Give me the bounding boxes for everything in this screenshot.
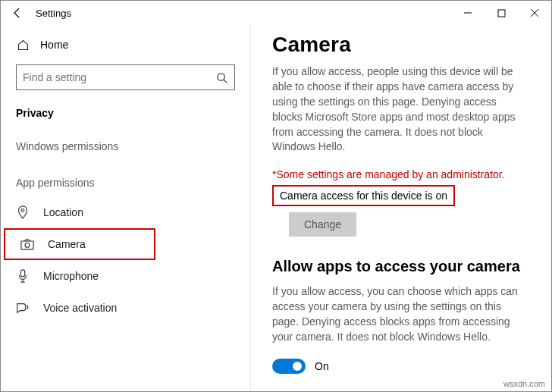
camera-icon	[20, 237, 34, 251]
toggle-knob	[293, 362, 302, 371]
minimize-button[interactable]	[451, 2, 485, 24]
group-windows-permissions: Windows permissions	[1, 124, 250, 160]
svg-rect-9	[20, 270, 24, 277]
close-button[interactable]	[518, 2, 551, 24]
intro-text: If you allow access, people using this d…	[272, 64, 528, 155]
voice-icon	[16, 301, 30, 315]
svg-line-5	[224, 80, 227, 83]
search-input[interactable]	[23, 71, 215, 83]
svg-point-6	[21, 209, 24, 212]
allow-apps-toggle-row: On	[272, 359, 528, 374]
sidebar-item-camera[interactable]: Camera	[4, 228, 155, 260]
sidebar-item-label: Voice activation	[43, 302, 117, 314]
svg-rect-7	[21, 241, 33, 249]
sub-intro-text: If you allow access, you can choose whic…	[272, 284, 528, 345]
microphone-icon	[16, 269, 30, 283]
location-icon	[16, 205, 30, 219]
window-title: Settings	[36, 8, 71, 19]
watermark: wsxdn.com	[503, 379, 545, 388]
maximize-button[interactable]	[485, 2, 518, 24]
toggle-label: On	[315, 360, 329, 372]
group-app-permissions: App permissions	[1, 160, 250, 196]
main-pane: Camera If you allow access, people using…	[251, 25, 551, 391]
home-icon	[16, 38, 30, 52]
search-icon	[215, 72, 228, 83]
sidebar-item-label: Location	[43, 206, 83, 218]
change-button[interactable]: Change	[289, 212, 356, 237]
svg-rect-1	[498, 10, 505, 17]
svg-point-4	[217, 73, 224, 80]
search-box[interactable]	[16, 64, 235, 90]
home-link[interactable]: Home	[1, 30, 250, 60]
device-access-status: Camera access for this device is on	[272, 185, 455, 206]
svg-point-8	[25, 243, 30, 247]
sidebar-item-label: Microphone	[43, 270, 99, 282]
allow-apps-toggle[interactable]	[272, 359, 306, 374]
titlebar: Settings	[1, 1, 551, 25]
sidebar-item-microphone[interactable]: Microphone	[1, 260, 250, 292]
sidebar-item-location[interactable]: Location	[1, 196, 250, 228]
home-label: Home	[40, 39, 68, 51]
back-button[interactable]	[7, 2, 28, 24]
sidebar: Home Privacy Windows permissions App per…	[1, 25, 251, 391]
section-subheading: Allow apps to access your camera	[272, 258, 528, 275]
section-header-privacy: Privacy	[1, 101, 250, 124]
admin-note: *Some settings are managed by an adminis…	[272, 168, 528, 180]
window-controls	[451, 2, 551, 24]
sidebar-item-label: Camera	[48, 238, 86, 250]
sidebar-item-voice-activation[interactable]: Voice activation	[1, 292, 250, 324]
page-title: Camera	[272, 33, 528, 57]
